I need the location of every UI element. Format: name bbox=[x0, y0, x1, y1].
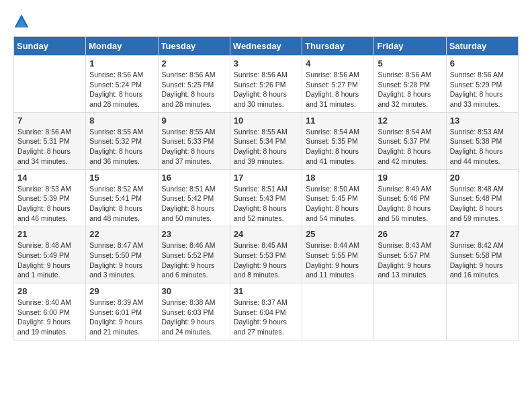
sunset: Sunset: 5:28 PM bbox=[378, 81, 430, 89]
calendar-cell: 17 Sunrise: 8:51 AM Sunset: 5:43 PM Dayl… bbox=[230, 169, 302, 226]
calendar-week-row: 14 Sunrise: 8:53 AM Sunset: 5:39 PM Dayl… bbox=[14, 169, 519, 226]
day-info: Sunrise: 8:43 AM Sunset: 5:57 PM Dayligh… bbox=[378, 240, 442, 280]
calendar-cell: 12 Sunrise: 8:54 AM Sunset: 5:37 PM Dayl… bbox=[374, 112, 446, 169]
day-info: Sunrise: 8:37 AM Sunset: 6:04 PM Dayligh… bbox=[234, 298, 298, 337]
day-info: Sunrise: 8:53 AM Sunset: 5:39 PM Dayligh… bbox=[17, 184, 82, 224]
calendar-cell: 22 Sunrise: 8:47 AM Sunset: 5:50 PM Dayl… bbox=[86, 226, 158, 283]
calendar-cell: 25 Sunrise: 8:44 AM Sunset: 5:55 PM Dayl… bbox=[302, 226, 374, 283]
daylight: Daylight: 8 hours and 50 minutes. bbox=[162, 204, 215, 222]
calendar-cell bbox=[302, 283, 374, 340]
day-number: 16 bbox=[162, 173, 226, 183]
sunset: Sunset: 5:43 PM bbox=[234, 194, 286, 202]
sunset: Sunset: 5:50 PM bbox=[89, 251, 142, 259]
sunrise: Sunrise: 8:39 AM bbox=[89, 298, 143, 306]
daylight: Daylight: 8 hours and 28 minutes. bbox=[162, 90, 215, 108]
day-info: Sunrise: 8:56 AM Sunset: 5:24 PM Dayligh… bbox=[89, 70, 154, 109]
sunrise: Sunrise: 8:37 AM bbox=[234, 298, 287, 306]
daylight: Daylight: 9 hours and 13 minutes. bbox=[378, 261, 431, 279]
day-header-wednesday: Wednesday bbox=[230, 37, 302, 56]
sunrise: Sunrise: 8:48 AM bbox=[17, 241, 71, 249]
day-info: Sunrise: 8:55 AM Sunset: 5:32 PM Dayligh… bbox=[89, 127, 154, 167]
daylight: Daylight: 9 hours and 27 minutes. bbox=[234, 318, 287, 336]
day-header-saturday: Saturday bbox=[446, 37, 518, 56]
calendar-cell: 4 Sunrise: 8:56 AM Sunset: 5:27 PM Dayli… bbox=[302, 56, 374, 113]
day-number: 14 bbox=[17, 173, 82, 183]
calendar-cell: 19 Sunrise: 8:49 AM Sunset: 5:46 PM Dayl… bbox=[374, 169, 446, 226]
day-info: Sunrise: 8:48 AM Sunset: 5:48 PM Dayligh… bbox=[450, 184, 515, 224]
sunrise: Sunrise: 8:55 AM bbox=[234, 128, 287, 136]
daylight: Daylight: 8 hours and 48 minutes. bbox=[89, 204, 142, 222]
day-number: 24 bbox=[234, 229, 298, 239]
calendar-week-row: 21 Sunrise: 8:48 AM Sunset: 5:49 PM Dayl… bbox=[14, 226, 519, 283]
calendar-cell: 11 Sunrise: 8:54 AM Sunset: 5:35 PM Dayl… bbox=[302, 112, 374, 169]
day-header-friday: Friday bbox=[374, 37, 446, 56]
day-info: Sunrise: 8:50 AM Sunset: 5:45 PM Dayligh… bbox=[306, 184, 370, 224]
day-number: 26 bbox=[378, 229, 442, 239]
sunrise: Sunrise: 8:56 AM bbox=[162, 71, 216, 79]
day-number: 2 bbox=[162, 58, 226, 68]
sunset: Sunset: 5:38 PM bbox=[450, 137, 502, 145]
calendar-week-row: 7 Sunrise: 8:56 AM Sunset: 5:31 PM Dayli… bbox=[14, 112, 519, 169]
calendar-cell: 14 Sunrise: 8:53 AM Sunset: 5:39 PM Dayl… bbox=[14, 169, 86, 226]
daylight: Daylight: 9 hours and 3 minutes. bbox=[89, 261, 142, 279]
sunset: Sunset: 5:33 PM bbox=[162, 137, 214, 145]
day-info: Sunrise: 8:46 AM Sunset: 5:52 PM Dayligh… bbox=[162, 240, 226, 280]
day-info: Sunrise: 8:56 AM Sunset: 5:25 PM Dayligh… bbox=[162, 70, 226, 109]
daylight: Daylight: 9 hours and 6 minutes. bbox=[162, 261, 215, 279]
sunrise: Sunrise: 8:48 AM bbox=[450, 185, 504, 193]
day-number: 8 bbox=[89, 116, 154, 126]
sunset: Sunset: 5:49 PM bbox=[17, 251, 70, 259]
daylight: Daylight: 9 hours and 11 minutes. bbox=[306, 261, 359, 279]
day-info: Sunrise: 8:53 AM Sunset: 5:38 PM Dayligh… bbox=[450, 127, 515, 167]
calendar-cell: 8 Sunrise: 8:55 AM Sunset: 5:32 PM Dayli… bbox=[86, 112, 158, 169]
day-info: Sunrise: 8:51 AM Sunset: 5:42 PM Dayligh… bbox=[162, 184, 226, 224]
sunrise: Sunrise: 8:56 AM bbox=[234, 71, 287, 79]
sunset: Sunset: 5:52 PM bbox=[162, 251, 214, 259]
day-number: 19 bbox=[378, 173, 442, 183]
day-number: 31 bbox=[234, 286, 298, 296]
calendar-cell: 27 Sunrise: 8:42 AM Sunset: 5:58 PM Dayl… bbox=[446, 226, 518, 283]
sunset: Sunset: 5:42 PM bbox=[162, 194, 214, 202]
calendar-cell: 31 Sunrise: 8:37 AM Sunset: 6:04 PM Dayl… bbox=[230, 283, 302, 340]
sunset: Sunset: 5:39 PM bbox=[17, 194, 70, 202]
sunrise: Sunrise: 8:45 AM bbox=[234, 241, 287, 249]
sunset: Sunset: 5:24 PM bbox=[89, 81, 142, 89]
sunset: Sunset: 5:48 PM bbox=[450, 194, 502, 202]
day-header-monday: Monday bbox=[86, 37, 158, 56]
day-number: 17 bbox=[234, 173, 298, 183]
daylight: Daylight: 8 hours and 52 minutes. bbox=[234, 204, 287, 222]
sunrise: Sunrise: 8:52 AM bbox=[89, 185, 143, 193]
sunrise: Sunrise: 8:56 AM bbox=[17, 128, 71, 136]
day-number: 29 bbox=[89, 286, 154, 296]
day-info: Sunrise: 8:40 AM Sunset: 6:00 PM Dayligh… bbox=[17, 298, 82, 337]
day-info: Sunrise: 8:51 AM Sunset: 5:43 PM Dayligh… bbox=[234, 184, 298, 224]
day-info: Sunrise: 8:38 AM Sunset: 6:03 PM Dayligh… bbox=[162, 298, 226, 337]
day-info: Sunrise: 8:42 AM Sunset: 5:58 PM Dayligh… bbox=[450, 240, 515, 280]
sunrise: Sunrise: 8:50 AM bbox=[306, 185, 359, 193]
day-number: 20 bbox=[450, 173, 515, 183]
day-number: 12 bbox=[378, 116, 442, 126]
sunrise: Sunrise: 8:38 AM bbox=[162, 298, 216, 306]
sunset: Sunset: 5:25 PM bbox=[162, 81, 214, 89]
sunrise: Sunrise: 8:53 AM bbox=[17, 185, 71, 193]
day-header-tuesday: Tuesday bbox=[158, 37, 230, 56]
daylight: Daylight: 9 hours and 8 minutes. bbox=[234, 261, 287, 279]
day-number: 30 bbox=[162, 286, 226, 296]
day-info: Sunrise: 8:47 AM Sunset: 5:50 PM Dayligh… bbox=[89, 240, 154, 280]
sunrise: Sunrise: 8:54 AM bbox=[378, 128, 431, 136]
sunset: Sunset: 5:57 PM bbox=[378, 251, 430, 259]
sunrise: Sunrise: 8:56 AM bbox=[378, 71, 431, 79]
day-number: 18 bbox=[306, 173, 370, 183]
calendar-cell: 2 Sunrise: 8:56 AM Sunset: 5:25 PM Dayli… bbox=[158, 56, 230, 113]
day-number: 13 bbox=[450, 116, 515, 126]
daylight: Daylight: 9 hours and 1 minute. bbox=[17, 261, 71, 279]
sunrise: Sunrise: 8:47 AM bbox=[89, 241, 143, 249]
sunset: Sunset: 5:53 PM bbox=[234, 251, 286, 259]
sunset: Sunset: 6:03 PM bbox=[162, 308, 214, 316]
day-info: Sunrise: 8:54 AM Sunset: 5:35 PM Dayligh… bbox=[306, 127, 370, 167]
calendar-cell: 7 Sunrise: 8:56 AM Sunset: 5:31 PM Dayli… bbox=[14, 112, 86, 169]
calendar-cell: 16 Sunrise: 8:51 AM Sunset: 5:42 PM Dayl… bbox=[158, 169, 230, 226]
daylight: Daylight: 8 hours and 34 minutes. bbox=[17, 147, 71, 165]
calendar-cell: 5 Sunrise: 8:56 AM Sunset: 5:28 PM Dayli… bbox=[374, 56, 446, 113]
day-header-sunday: Sunday bbox=[14, 37, 86, 56]
